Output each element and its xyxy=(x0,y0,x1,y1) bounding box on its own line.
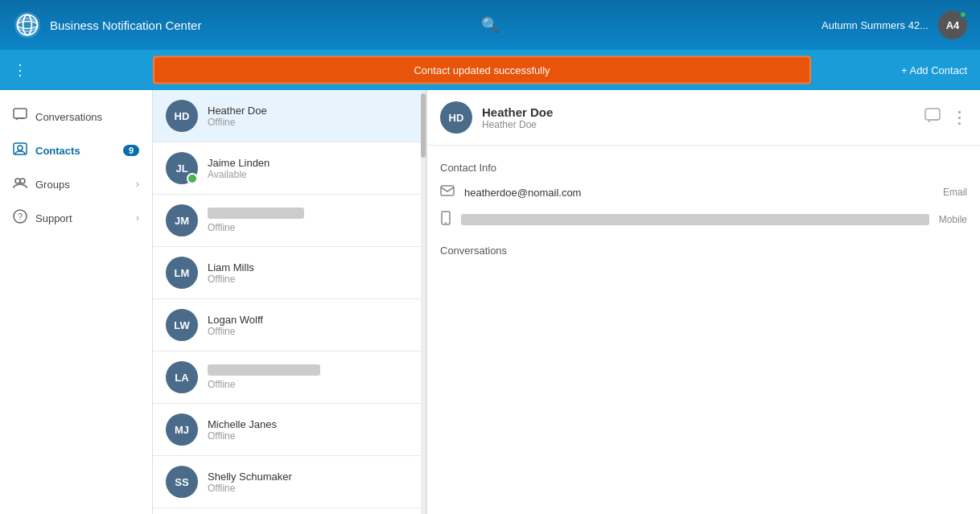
add-contact-button[interactable]: + Add Contact xyxy=(901,64,967,76)
contact-avatar-lm: LM xyxy=(166,257,198,289)
sidebar-item-conversations[interactable]: Conversations xyxy=(0,100,152,134)
contacts-icon xyxy=(13,142,27,159)
online-indicator xyxy=(959,10,967,19)
scrollbar-track[interactable] xyxy=(421,90,426,514)
contact-status-jl: Available xyxy=(208,169,413,180)
chat-icon[interactable] xyxy=(924,107,941,129)
contact-name-mj: Michelle Janes xyxy=(208,418,413,430)
email-icon xyxy=(440,185,455,199)
user-area: Autumn Summers 42... A4 xyxy=(649,10,967,39)
contact-avatar-hd: HD xyxy=(166,100,198,132)
search-icon[interactable]: 🔍 xyxy=(481,16,499,34)
scrollbar-thumb[interactable] xyxy=(421,93,426,158)
contact-name-la xyxy=(208,364,320,376)
svg-point-0 xyxy=(14,12,40,38)
contact-info-label: Contact Info xyxy=(440,162,967,174)
svg-point-8 xyxy=(15,179,20,183)
contact-avatar-jl: JL xyxy=(166,152,198,184)
more-options-icon[interactable]: ⋮ xyxy=(13,61,27,79)
contact-item-sp[interactable]: SP Offline xyxy=(153,508,426,514)
contact-info-lm: Liam Mills Offline xyxy=(208,261,413,285)
svg-text:?: ? xyxy=(18,212,23,221)
groups-icon xyxy=(13,175,27,193)
detail-avatar: HD xyxy=(440,101,472,134)
contact-item-shelly[interactable]: SS Shelly Schumaker Offline xyxy=(153,456,426,508)
contact-avatar-mj: MJ xyxy=(166,413,198,446)
contact-status-hd: Offline xyxy=(208,117,413,128)
contacts-badge: 9 xyxy=(123,145,139,156)
contact-info-mj: Michelle Janes Offline xyxy=(208,418,413,442)
sidebar: Conversations Contacts 9 xyxy=(0,90,153,514)
contact-info-ss: Shelly Schumaker Offline xyxy=(208,471,413,494)
svg-rect-12 xyxy=(925,109,940,120)
conversations-section: Conversations xyxy=(440,245,967,257)
detail-actions: ⋮ xyxy=(924,107,967,129)
sidebar-contacts-label: Contacts xyxy=(35,145,80,157)
sidebar-groups-label: Groups xyxy=(35,179,70,191)
sidebar-item-groups[interactable]: Groups › xyxy=(0,167,152,201)
contact-name-ss: Shelly Schumaker xyxy=(208,471,413,483)
contact-info-la: Offline xyxy=(208,364,413,390)
contact-avatar-ss: SS xyxy=(166,466,198,498)
detail-header: HD Heather Doe Heather Doe ⋮ xyxy=(427,90,980,146)
mobile-type-label: Mobile xyxy=(939,214,967,225)
contact-list: HD Heather Doe Offline JL Jaime Linden A… xyxy=(153,90,426,514)
contact-item-liam[interactable]: LM Liam Mills Offline xyxy=(153,247,426,299)
groups-chevron-icon: › xyxy=(136,179,139,190)
user-name: Autumn Summers 42... xyxy=(821,19,929,31)
conversations-section-label: Conversations xyxy=(440,245,967,257)
contact-name-lm: Liam Mills xyxy=(208,261,413,273)
main-layout: Conversations Contacts 9 xyxy=(0,90,980,514)
contact-status-mj: Offline xyxy=(208,430,413,442)
sidebar-item-contacts[interactable]: Contacts 9 xyxy=(0,134,152,167)
brand-name: Business Notification Center xyxy=(50,19,201,32)
svg-point-15 xyxy=(445,222,447,224)
detail-name-area: Heather Doe Heather Doe xyxy=(482,105,553,130)
contact-info-jl: Jaime Linden Available xyxy=(208,157,413,180)
svg-point-9 xyxy=(20,179,25,183)
contact-item-jm[interactable]: JM Offline xyxy=(153,195,426,247)
top-header: Business Notification Center 🔍 Autumn Su… xyxy=(0,0,980,50)
contact-avatar-la: LA xyxy=(166,361,198,393)
notification-banner: Contact updated successfully xyxy=(153,56,811,84)
email-field-row: heatherdoe@nomail.com Email xyxy=(440,185,967,199)
mobile-value xyxy=(461,214,929,225)
search-area[interactable]: 🔍 xyxy=(331,16,649,34)
contact-item-logan[interactable]: LW Logan Wolff Offline xyxy=(153,299,426,352)
email-value: heatherdoe@nomail.com xyxy=(464,187,933,199)
avatar[interactable]: A4 xyxy=(938,10,967,39)
contact-item-jaime[interactable]: JL Jaime Linden Available xyxy=(153,142,426,195)
att-logo-icon xyxy=(13,10,42,39)
sidebar-support-label: Support xyxy=(35,212,72,224)
contact-info-jm: Offline xyxy=(208,208,413,233)
contact-avatar-lw: LW xyxy=(166,309,198,341)
more-options-detail-icon[interactable]: ⋮ xyxy=(951,108,967,127)
contact-item-michelle[interactable]: MJ Michelle Janes Offline xyxy=(153,404,426,456)
contact-item-la[interactable]: LA Offline xyxy=(153,352,426,404)
support-chevron-icon: › xyxy=(136,212,139,224)
contact-name-jm xyxy=(208,208,304,219)
contact-status-lw: Offline xyxy=(208,326,413,337)
detail-name: Heather Doe xyxy=(482,105,553,119)
contact-name-hd: Heather Doe xyxy=(208,105,413,117)
svg-point-7 xyxy=(18,146,23,150)
contact-name-jl: Jaime Linden xyxy=(208,157,413,169)
detail-body: Contact Info heatherdoe@nomail.com Email xyxy=(427,146,980,514)
detail-panel: HD Heather Doe Heather Doe ⋮ Contact Inf… xyxy=(426,90,980,514)
contact-avatar-jm: JM xyxy=(166,204,198,236)
mobile-field-row: Mobile xyxy=(440,211,967,228)
contact-status-lm: Offline xyxy=(208,273,413,285)
support-icon: ? xyxy=(13,209,27,227)
contact-status-jm: Offline xyxy=(208,222,413,233)
sidebar-conversations-label: Conversations xyxy=(35,111,102,123)
contact-status-ss: Offline xyxy=(208,483,413,494)
contact-info-hd: Heather Doe Offline xyxy=(208,105,413,128)
contact-status-la: Offline xyxy=(208,379,413,390)
contact-item-heather[interactable]: HD Heather Doe Offline xyxy=(153,90,426,142)
email-type-label: Email xyxy=(943,187,967,198)
svg-rect-5 xyxy=(14,109,27,118)
brand-logo: Business Notification Center xyxy=(13,10,331,39)
detail-subname: Heather Doe xyxy=(482,119,553,130)
sub-header: Contact updated successfully ⋮ + Add Con… xyxy=(0,50,980,90)
sidebar-item-support[interactable]: ? Support › xyxy=(0,201,152,235)
